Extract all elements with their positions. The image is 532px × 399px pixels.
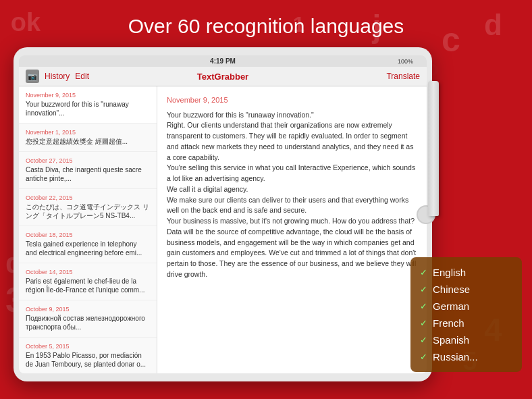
page-title: Over 60 recognition languages bbox=[0, 0, 532, 47]
stylus bbox=[428, 81, 439, 216]
lang-name-spanish: Spanish bbox=[433, 334, 469, 346]
sidebar-text: En 1953 Pablo Picasso, por mediación de … bbox=[26, 351, 150, 369]
sidebar-date: November 1, 2015 bbox=[26, 129, 150, 136]
sidebar-item[interactable]: October 9, 2015 Подвижной состав железно… bbox=[19, 300, 157, 338]
ipad-mockup: 4:19 PM 100% 📷 History Edit TextGrabber … bbox=[14, 47, 432, 381]
lang-name-chinese: Chinese bbox=[433, 284, 470, 295]
app-title: TextGrabber bbox=[161, 72, 285, 82]
sidebar-text: Tesla gained experience in telephony and… bbox=[26, 240, 150, 257]
history-label[interactable]: History bbox=[45, 72, 70, 81]
sidebar-item[interactable]: October 27, 2015 Casta Diva, che inargen… bbox=[19, 152, 157, 189]
sidebar-text: 您投定意超越績效獎金 經圖超值... bbox=[26, 137, 150, 146]
lang-item-german[interactable]: ✓ German bbox=[420, 298, 512, 315]
sidebar-text: Casta Diva, che inargenti queste sacre a… bbox=[26, 165, 150, 183]
lang-name-french: French bbox=[433, 317, 464, 329]
camera-icon[interactable]: 📷 bbox=[26, 70, 39, 83]
sidebar-item[interactable]: November 1, 2015 您投定意超越績效獎金 經圖超值... bbox=[19, 124, 157, 152]
status-bar: 4:19 PM 100% bbox=[19, 55, 427, 67]
sidebar-item[interactable]: October 22, 2015 このたびは、コク道電子インデックス リング「タ… bbox=[19, 189, 157, 226]
checkmark-icon: ✓ bbox=[420, 301, 427, 311]
lang-name-german: German bbox=[433, 300, 469, 312]
lang-item-spanish[interactable]: ✓ Spanish bbox=[420, 331, 512, 348]
main-content: November 9, 2015 Your buzzword for this … bbox=[157, 86, 427, 373]
sidebar-item[interactable]: November 9, 2015 Your buzzword for this … bbox=[19, 86, 157, 124]
checkmark-icon: ✓ bbox=[420, 267, 427, 277]
checkmark-icon: ✓ bbox=[420, 284, 427, 294]
lang-item-chinese[interactable]: ✓ Chinese bbox=[420, 281, 512, 298]
lang-name-english: English bbox=[433, 267, 466, 278]
sidebar-item[interactable]: October 5, 2015 En 1953 Pablo Picasso, p… bbox=[19, 338, 157, 373]
sidebar-date: October 18, 2015 bbox=[26, 232, 150, 238]
sidebar-date: October 14, 2015 bbox=[26, 269, 150, 275]
content-date: November 9, 2015 bbox=[167, 95, 417, 106]
language-panel: ✓ English ✓ Chinese ✓ German ✓ French ✓ … bbox=[410, 257, 522, 372]
checkmark-icon: ✓ bbox=[420, 352, 427, 362]
sidebar-text: このたびは、コク道電子インデックス リング「タイトルプレーン5 NS-TB4..… bbox=[26, 203, 150, 220]
checkmark-icon: ✓ bbox=[420, 335, 427, 345]
lang-name-russian: Russian... bbox=[433, 351, 478, 363]
header-left: 📷 History Edit bbox=[26, 70, 161, 83]
lang-item-french[interactable]: ✓ French bbox=[420, 315, 512, 331]
sidebar-date: November 9, 2015 bbox=[26, 92, 150, 99]
sidebar-item[interactable]: October 18, 2015 Tesla gained experience… bbox=[19, 226, 157, 263]
checkmark-icon: ✓ bbox=[420, 318, 427, 328]
lang-item-russian[interactable]: ✓ Russian... bbox=[420, 348, 512, 365]
sidebar-item[interactable]: October 14, 2015 Paris est également le … bbox=[19, 263, 157, 300]
content-paragraph: Your buzzword for this is "runaway innov… bbox=[167, 110, 417, 280]
sidebar-text: Your buzzword for this is "runaway innov… bbox=[26, 100, 150, 117]
sidebar-date: October 22, 2015 bbox=[26, 194, 150, 201]
lang-item-english[interactable]: ✓ English bbox=[420, 264, 512, 281]
sidebar-text: Подвижной состав железнодорожного трансп… bbox=[26, 314, 150, 331]
header-right: Translate bbox=[285, 72, 420, 81]
ipad-frame: 4:19 PM 100% 📷 History Edit TextGrabber … bbox=[14, 47, 432, 381]
translate-button[interactable]: Translate bbox=[386, 72, 420, 81]
app-content: November 9, 2015 Your buzzword for this … bbox=[19, 86, 427, 373]
sidebar-date: October 5, 2015 bbox=[26, 343, 150, 350]
battery-indicator: 100% bbox=[398, 58, 413, 65]
ipad-screen: 4:19 PM 100% 📷 History Edit TextGrabber … bbox=[19, 55, 427, 373]
sidebar: November 9, 2015 Your buzzword for this … bbox=[19, 86, 157, 373]
edit-button[interactable]: Edit bbox=[75, 72, 89, 81]
sidebar-date: October 27, 2015 bbox=[26, 157, 150, 164]
app-header: 📷 History Edit TextGrabber Translate bbox=[19, 67, 427, 86]
sidebar-text: Paris est également le chef-lieu de la r… bbox=[26, 277, 150, 294]
sidebar-date: October 9, 2015 bbox=[26, 306, 150, 313]
status-time: 4:19 PM bbox=[210, 57, 236, 65]
